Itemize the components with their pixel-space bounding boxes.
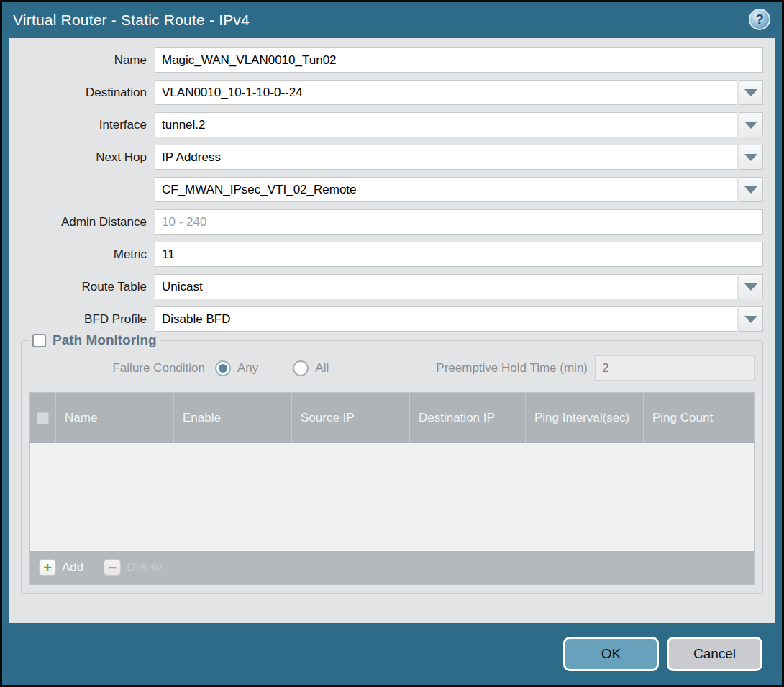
select-all-cell [30,393,56,443]
failure-condition-all-radio[interactable] [293,360,309,376]
chevron-down-icon [744,186,757,194]
route-table-dropdown-button[interactable] [739,274,763,299]
interface-dropdown-button[interactable] [739,112,763,137]
next-hop-address-dropdown-button[interactable] [739,177,763,202]
chevron-down-icon [744,316,757,323]
dialog-footer: OK Cancel [2,623,782,685]
path-monitoring-title: Path Monitoring [53,332,157,348]
table-body-empty [30,443,754,551]
bfd-profile-label: BFD Profile [21,312,155,327]
admin-distance-input[interactable] [155,209,763,235]
delete-button[interactable]: − Delete [104,559,162,576]
admin-distance-row: Admin Distance [21,209,763,235]
dialog-titlebar: Virtual Router - Static Route - IPv4 ? [2,2,782,38]
destination-row: Destination [21,80,763,105]
help-icon[interactable]: ? [749,9,770,30]
ok-button[interactable]: OK [563,637,659,671]
chevron-down-icon [744,122,757,129]
route-table-input[interactable] [155,274,737,299]
table-header: Name Enable Source IP Destination IP Pin… [30,393,754,443]
column-header-name: Name [56,393,174,443]
static-route-form: Name Destination Interface [21,47,763,332]
preemptive-hold-time-group: Preemptive Hold Time (min) [436,355,755,381]
table-toolbar: + Add − Delete [30,551,754,584]
destination-input[interactable] [155,80,737,105]
next-hop-row: Next Hop [21,145,763,170]
select-all-checkbox[interactable] [37,412,49,424]
add-button-label: Add [62,560,83,575]
interface-input[interactable] [155,112,737,137]
destination-dropdown-button[interactable] [739,80,763,105]
metric-label: Metric [21,247,155,262]
dialog-title: Virtual Router - Static Route - IPv4 [13,12,250,29]
metric-input[interactable] [155,242,763,267]
route-table-label: Route Table [21,280,155,294]
name-label: Name [21,53,155,68]
static-route-dialog: Virtual Router - Static Route - IPv4 ? N… [0,0,784,687]
path-monitoring-checkbox[interactable] [32,334,46,347]
column-header-destination-ip: Destination IP [410,393,526,443]
admin-distance-label: Admin Distance [21,215,155,229]
column-header-ping-interval: Ping Interval(sec) [526,393,644,443]
next-hop-type-input[interactable] [155,145,737,170]
bfd-profile-row: BFD Profile [21,306,763,332]
destination-label: Destination [21,86,155,100]
chevron-down-icon [744,154,757,161]
next-hop-label: Next Hop [21,150,155,165]
bfd-profile-input[interactable] [155,306,737,332]
route-table-row: Route Table [21,274,763,299]
path-monitoring-header: Path Monitoring [28,332,161,348]
cancel-button[interactable]: Cancel [667,637,762,671]
failure-condition-label: Failure Condition [29,361,215,376]
column-header-ping-count: Ping Count [644,393,754,443]
failure-condition-any-radio[interactable] [215,360,231,376]
delete-icon: − [104,559,121,576]
next-hop-address-input[interactable] [155,177,737,202]
preemptive-hold-time-input[interactable] [595,355,755,381]
delete-button-label: Delete [127,560,162,575]
metric-row: Metric [21,242,763,267]
interface-row: Interface [21,112,763,137]
next-hop-type-dropdown-button[interactable] [739,145,763,170]
chevron-down-icon [744,89,757,96]
name-input[interactable] [155,47,763,73]
failure-condition-any-label: Any [237,361,258,376]
add-button[interactable]: + Add [39,559,83,576]
add-icon: + [39,559,56,576]
next-hop-address-row [21,177,763,202]
name-row: Name [21,47,763,73]
bfd-profile-dropdown-button[interactable] [739,306,763,332]
path-monitoring-table: Name Enable Source IP Destination IP Pin… [29,392,755,585]
chevron-down-icon [744,283,757,291]
preemptive-hold-time-label: Preemptive Hold Time (min) [436,361,595,376]
path-monitoring-section: Path Monitoring Failure Condition Any Al… [21,340,763,594]
interface-label: Interface [21,118,155,132]
dialog-content: Name Destination Interface [9,38,775,623]
column-header-source-ip: Source IP [292,393,410,443]
failure-condition-all-label: All [315,361,329,376]
column-header-enable: Enable [174,393,292,443]
failure-condition-row: Failure Condition Any All Preemptive Hol… [29,355,755,381]
